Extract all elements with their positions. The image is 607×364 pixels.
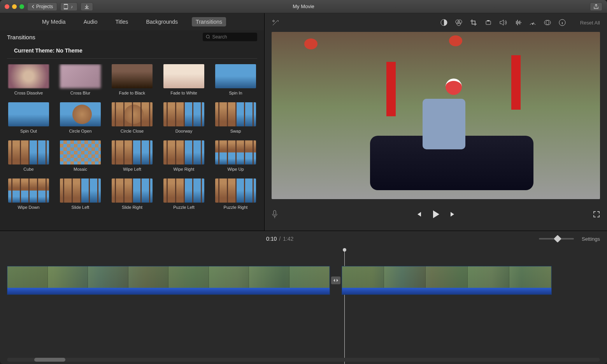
- previous-button[interactable]: [415, 211, 422, 219]
- transition-cube[interactable]: Cube: [7, 140, 50, 172]
- titlebar: Projects ♪ My Movie: [0, 0, 607, 13]
- fullscreen-button[interactable]: [593, 211, 600, 219]
- transition-label: Cross Blur: [70, 91, 90, 95]
- transition-thumbnail: [215, 178, 256, 203]
- time-separator: /: [279, 236, 281, 242]
- download-arrow-icon: [84, 4, 89, 9]
- play-button[interactable]: [432, 210, 440, 220]
- playback-bar: [265, 199, 607, 231]
- timeline-zoom-slider[interactable]: [539, 238, 574, 240]
- transition-label: Mosaic: [74, 167, 87, 172]
- crop-button[interactable]: [470, 19, 477, 26]
- color-balance-button[interactable]: [440, 19, 448, 26]
- stabilization-button[interactable]: [484, 19, 492, 26]
- timeline-panel: 0:10 / 1:42 Settings: [0, 231, 607, 364]
- transition-wipe-down[interactable]: Wipe Down: [7, 178, 50, 210]
- search-field[interactable]: [203, 33, 257, 41]
- transition-label: Circle Open: [69, 129, 91, 133]
- transition-thumbnail: [112, 102, 153, 126]
- transition-puzzle-right[interactable]: Puzzle Right: [214, 178, 257, 210]
- transition-thumbnail: [8, 64, 49, 88]
- transition-thumbnail: [163, 140, 204, 164]
- transition-puzzle-left[interactable]: Puzzle Left: [162, 178, 205, 210]
- timeline-header: 0:10 / 1:42 Settings: [0, 231, 607, 247]
- transition-label: Slide Right: [122, 205, 142, 210]
- info-button[interactable]: [558, 19, 566, 26]
- transition-slide-left[interactable]: Slide Left: [59, 178, 102, 210]
- tab-transitions[interactable]: Transitions: [192, 17, 226, 26]
- close-window-button[interactable]: [5, 4, 9, 9]
- transition-circle-close[interactable]: Circle Close: [111, 102, 154, 133]
- transition-mosaic[interactable]: Mosaic: [59, 140, 102, 172]
- minimize-window-button[interactable]: [12, 4, 17, 9]
- noise-reduction-button[interactable]: [514, 19, 522, 26]
- volume-button[interactable]: [499, 19, 507, 26]
- voiceover-button[interactable]: [272, 210, 278, 220]
- timeline-clip[interactable]: [342, 266, 552, 295]
- transition-thumbnail: [215, 140, 256, 164]
- svg-text:♪: ♪: [71, 4, 73, 9]
- transition-label: Fade to Black: [119, 91, 145, 95]
- transition-wipe-left[interactable]: Wipe Left: [111, 140, 154, 172]
- transition-thumbnail: [8, 178, 49, 203]
- transition-label: Swap: [230, 129, 241, 133]
- transition-thumbnail: [215, 64, 256, 88]
- video-track: [7, 266, 600, 295]
- transition-label: Wipe Down: [18, 205, 39, 210]
- transition-spin-out[interactable]: Spin Out: [7, 102, 50, 133]
- speed-button[interactable]: [529, 19, 537, 26]
- next-button[interactable]: [449, 211, 456, 219]
- svg-rect-10: [487, 20, 489, 21]
- tab-backgrounds[interactable]: Backgrounds: [142, 17, 182, 26]
- tab-my-media[interactable]: My Media: [38, 17, 70, 26]
- svg-point-11: [532, 24, 533, 25]
- window-title: My Movie: [293, 4, 314, 9]
- transition-label: Doorway: [175, 129, 192, 133]
- zoom-handle[interactable]: [554, 235, 561, 243]
- transition-doorway[interactable]: Doorway: [162, 102, 205, 133]
- share-button[interactable]: [590, 2, 602, 11]
- library-layout-button[interactable]: ♪: [60, 2, 77, 11]
- color-correction-button[interactable]: [455, 19, 463, 26]
- transition-slide-right[interactable]: Slide Right: [111, 178, 154, 210]
- timeline-scrollbar[interactable]: [7, 358, 600, 362]
- transition-label: Circle Close: [121, 129, 144, 133]
- timeline-tracks[interactable]: [0, 247, 607, 364]
- transition-cross-blur[interactable]: Cross Blur: [59, 64, 102, 95]
- transition-spin-in[interactable]: Spin In: [214, 64, 257, 95]
- transition-thumbnail: [60, 102, 101, 126]
- back-to-projects-button[interactable]: Projects: [27, 2, 57, 11]
- transition-cross-dissolve[interactable]: Cross Dissolve: [7, 64, 50, 95]
- transition-wipe-right[interactable]: Wipe Right: [162, 140, 205, 172]
- transition-circle-open[interactable]: Circle Open: [59, 102, 102, 133]
- video-preview[interactable]: [272, 32, 600, 199]
- content-browser: My MediaAudioTitlesBackgroundsTransition…: [0, 13, 265, 231]
- tab-titles[interactable]: Titles: [111, 17, 132, 26]
- transition-thumbnail: [60, 178, 101, 203]
- transition-fade-to-black[interactable]: Fade to Black: [111, 64, 154, 95]
- current-time: 0:10: [266, 236, 277, 242]
- search-input[interactable]: [212, 34, 254, 40]
- transition-thumbnail: [112, 178, 153, 203]
- clip-filter-button[interactable]: [544, 19, 551, 26]
- transition-marker[interactable]: [330, 266, 342, 295]
- viewer-panel: Reset All: [265, 13, 607, 231]
- transition-swap[interactable]: Swap: [214, 102, 257, 133]
- transition-wipe-up[interactable]: Wipe Up: [214, 140, 257, 172]
- timeline-clip[interactable]: [7, 266, 330, 295]
- auto-enhance-button[interactable]: [272, 19, 279, 26]
- svg-rect-0: [64, 5, 68, 9]
- preview-scene: [272, 32, 600, 199]
- maximize-window-button[interactable]: [19, 4, 24, 9]
- import-media-button[interactable]: [81, 2, 93, 11]
- timeline-settings-button[interactable]: Settings: [582, 236, 600, 242]
- tab-audio[interactable]: Audio: [80, 17, 102, 26]
- reset-all-button[interactable]: Reset All: [580, 20, 600, 26]
- transition-label: Wipe Right: [174, 167, 195, 172]
- scrollbar-thumb[interactable]: [34, 358, 65, 362]
- svg-rect-2: [64, 9, 68, 9]
- transition-fade-to-white[interactable]: Fade to White: [162, 64, 205, 95]
- section-title: Transitions: [7, 34, 35, 40]
- playhead[interactable]: [344, 248, 345, 364]
- share-icon: [593, 4, 599, 9]
